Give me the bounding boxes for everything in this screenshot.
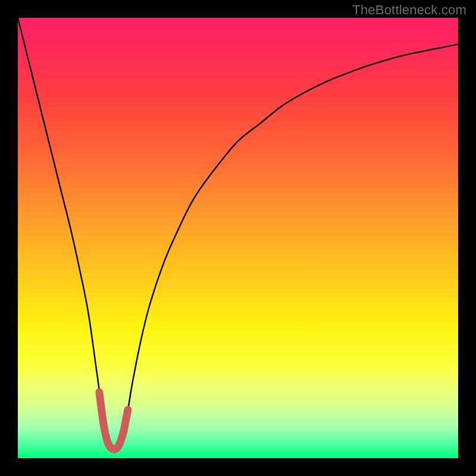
watermark-text: TheBottleneck.com bbox=[352, 2, 466, 18]
bottleneck-curve bbox=[18, 18, 458, 449]
chart-stage: TheBottleneck.com bbox=[0, 0, 476, 476]
bottleneck-highlight bbox=[99, 392, 128, 449]
curve-layer bbox=[18, 18, 458, 458]
plot-area bbox=[18, 18, 458, 458]
